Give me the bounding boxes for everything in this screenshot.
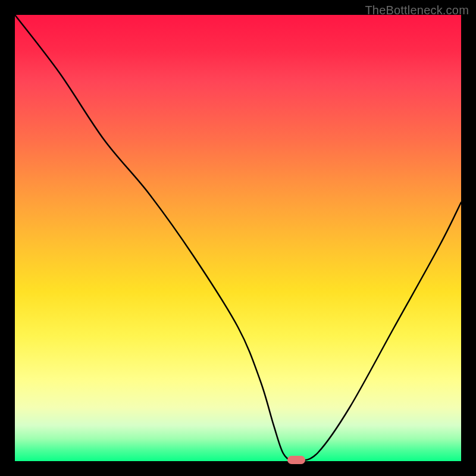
- watermark-text: TheBottleneck.com: [365, 4, 469, 17]
- optimal-marker: [287, 456, 305, 464]
- plot-area: [15, 15, 461, 461]
- chart-svg: [15, 15, 461, 461]
- bottleneck-curve: [15, 15, 461, 461]
- chart-container: TheBottleneck.com: [0, 0, 476, 476]
